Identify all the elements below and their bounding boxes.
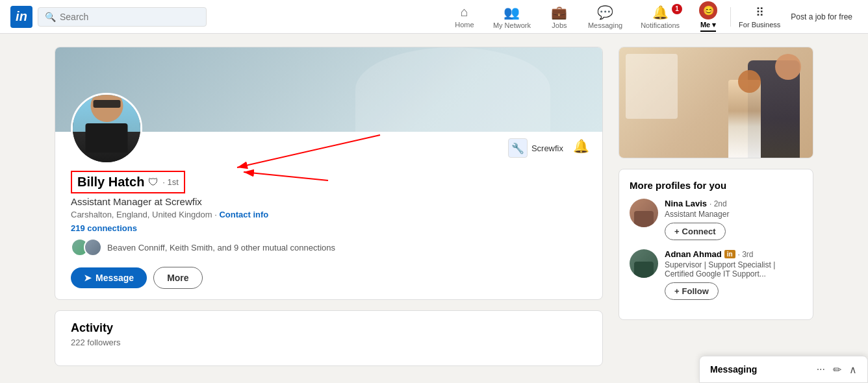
profile-name-box: Billy Hatch 🛡 · 1st [71, 171, 185, 193]
company-logo: 🔧 [508, 138, 528, 158]
suggestion-1: Nina Lavis · 2nd Assistant Manager + Con… [630, 199, 802, 240]
verified-icon: 🛡 [148, 177, 159, 188]
linkedin-badge: in [724, 250, 735, 258]
search-bar[interactable]: 🔍 [38, 7, 207, 27]
main-content: 🔧 Screwfix 🔔 [55, 47, 603, 366]
contact-info-link[interactable]: Contact info [219, 210, 268, 219]
follow-icon-2: + [674, 286, 680, 296]
grid-icon: ⠿ [756, 5, 764, 19]
nav-messaging[interactable]: 💬 Messaging [579, 0, 632, 34]
follow-button-2[interactable]: + Follow [665, 282, 719, 300]
bell-button[interactable]: 🔔 [573, 138, 589, 154]
profile-location: Carshalton, England, United Kingdom · Co… [71, 210, 587, 219]
more-profiles-title: More profiles for you [630, 180, 802, 191]
messaging-label: Messaging [588, 21, 622, 29]
mutual-avatar-2 [84, 238, 102, 256]
svg-line-1 [237, 135, 380, 167]
messaging-bar-title: Messaging [710, 364, 811, 375]
send-icon: ➤ [84, 273, 92, 283]
me-avatar: 😊 [699, 1, 717, 19]
message-button[interactable]: ➤ Message [71, 267, 147, 288]
connections-count[interactable]: 219 connections [71, 223, 587, 233]
nav-me[interactable]: 😊 Me ▾ [689, 0, 728, 34]
my-network-label: My Network [493, 21, 531, 29]
jobs-label: Jobs [552, 21, 567, 29]
me-label: Me ▾ [700, 21, 716, 32]
chevron-up-icon[interactable]: ∧ [849, 364, 857, 376]
suggestion-name-2: Adnan Ahmad [665, 249, 722, 259]
post-job-link[interactable]: Post a job for free [785, 12, 858, 21]
nav-home[interactable]: ⌂ Home [445, 0, 484, 34]
my-network-icon: 👥 [504, 5, 520, 20]
nav-for-business[interactable]: ⠿ For Business [734, 0, 785, 34]
activity-card: Activity 222 followers [55, 310, 603, 366]
nav-notifications[interactable]: 🔔 1 Notifications [632, 0, 689, 34]
search-icon: 🔍 [45, 12, 56, 22]
navbar: in 🔍 ⌂ Home 👥 My Network 💼 Jobs 💬 Messag… [0, 0, 868, 34]
messaging-bar-icons: ··· ✏ ∧ [817, 364, 857, 376]
more-profiles-card: More profiles for you Nina Lavis · 2nd A… [619, 169, 813, 320]
banner-decoration [355, 47, 550, 132]
linkedin-logo[interactable]: in [10, 6, 32, 28]
company-name: Screwfix [531, 143, 563, 153]
suggestion-degree-2: · 3rd [738, 250, 754, 259]
more-button[interactable]: More [153, 267, 202, 289]
page-wrapper: 🔧 Screwfix 🔔 [44, 34, 824, 379]
notification-badge: 1 [672, 4, 682, 14]
profile-title: Assistant Manager at Screwfix [71, 196, 587, 207]
nav-items: ⌂ Home 👥 My Network 💼 Jobs 💬 Messaging 🔔… [445, 0, 858, 34]
notifications-icon: 🔔 [652, 5, 669, 20]
home-label: Home [455, 21, 474, 29]
activity-followers: 222 followers [71, 338, 587, 347]
for-business-label: For Business [739, 21, 780, 29]
profile-banner [55, 47, 602, 132]
suggestion-2: Adnan Ahmad in · 3rd Supervisor | Suppor… [630, 249, 802, 300]
suggestion-name-1: Nina Lavis [665, 199, 707, 208]
notifications-label: Notifications [641, 21, 680, 29]
edit-icon[interactable]: ✏ [833, 364, 841, 376]
suggestion-info-1: Nina Lavis · 2nd Assistant Manager + Con… [665, 199, 802, 240]
connect-icon-1: + [674, 227, 680, 236]
degree-badge: · 1st [162, 177, 179, 187]
ad-image: on LinkedIn. [619, 47, 813, 158]
suggestion-title-1: Assistant Manager [665, 210, 802, 219]
mutual-connections: Beaven Conniff, Keith Smith, and 9 other… [71, 238, 587, 256]
nav-jobs[interactable]: 💼 Jobs [540, 0, 579, 34]
suggestion-avatar-2 [630, 249, 658, 278]
suggestion-title-2: Supervisor | Support Specialist | Certif… [665, 260, 802, 278]
messaging-icon: 💬 [597, 5, 613, 20]
suggestion-avatar-1 [630, 199, 658, 227]
messaging-bar[interactable]: Messaging ··· ✏ ∧ [699, 356, 868, 379]
connect-button-1[interactable]: + Connect [665, 223, 726, 240]
profile-name: Billy Hatch [77, 175, 144, 190]
ad-card: on LinkedIn. [619, 47, 813, 158]
sidebar-section: More profiles for you Nina Lavis · 2nd A… [619, 169, 813, 319]
right-sidebar: on LinkedIn. More profiles for you [619, 47, 813, 366]
mutual-avatars [71, 238, 102, 256]
mutual-text: Beaven Conniff, Keith Smith, and 9 other… [107, 243, 335, 253]
suggestion-info-2: Adnan Ahmad in · 3rd Supervisor | Suppor… [665, 249, 802, 300]
suggestion-degree-1: · 2nd [709, 199, 727, 208]
company-badge: 🔧 Screwfix [508, 138, 563, 158]
profile-info-area: 🔧 Screwfix 🔔 [55, 132, 602, 299]
action-buttons: ➤ Message More [71, 267, 587, 289]
jobs-icon: 💼 [551, 5, 567, 20]
activity-title: Activity [71, 321, 587, 335]
location-text: Carshalton, England, United Kingdom [71, 210, 212, 219]
home-icon: ⌂ [461, 5, 468, 19]
name-row: Billy Hatch 🛡 · 1st [71, 171, 587, 193]
ellipsis-icon[interactable]: ··· [817, 364, 825, 376]
nav-my-network[interactable]: 👥 My Network [484, 0, 540, 34]
nav-divider [730, 7, 731, 27]
search-input[interactable] [60, 12, 199, 22]
profile-card: 🔧 Screwfix 🔔 [55, 47, 603, 300]
